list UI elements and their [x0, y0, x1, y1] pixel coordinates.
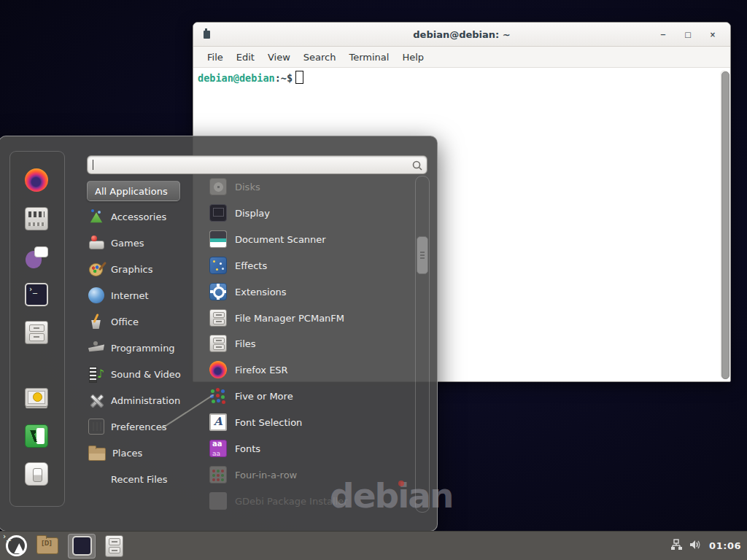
menu-search-box[interactable]	[87, 155, 427, 174]
file-cabinet-icon	[209, 309, 227, 327]
taskbar-terminal-active[interactable]	[68, 534, 96, 559]
favorite-firefox-icon[interactable]	[25, 168, 48, 192]
terminal-menubar: File Edit View Search Terminal Help	[193, 47, 730, 68]
office-icon	[88, 314, 104, 330]
minimize-button[interactable]: −	[659, 31, 667, 39]
file-cabinet-icon	[209, 335, 227, 352]
shell-prompt: debian@debian:~$	[198, 71, 303, 84]
app-fonts[interactable]: Fonts	[209, 439, 260, 458]
prompt-user-host: debian@debian	[198, 72, 275, 84]
terminal-icon	[72, 536, 92, 556]
prompt-path: :~$	[275, 72, 293, 84]
search-input[interactable]	[93, 158, 403, 172]
close-button[interactable]: ×	[708, 31, 717, 39]
category-games[interactable]: Games	[88, 233, 144, 252]
category-graphics[interactable]: Graphics	[88, 260, 152, 279]
category-sound-video[interactable]: Sound & Video	[88, 365, 181, 384]
maximize-button[interactable]: □	[684, 31, 692, 39]
network-icon[interactable]	[670, 539, 683, 553]
app-files[interactable]: Files	[209, 334, 256, 353]
places-folder-icon	[88, 448, 106, 461]
favorite-terminal-icon[interactable]	[25, 283, 48, 306]
firefox-icon	[209, 361, 227, 378]
category-office[interactable]: Office	[88, 312, 139, 331]
terminal-scrollbar[interactable]	[720, 70, 729, 379]
gdebi-icon	[209, 492, 227, 510]
desktop: debian@debian: ~ − □ × File Edit View Se…	[0, 0, 747, 560]
graphics-icon	[88, 261, 104, 277]
games-icon	[88, 235, 104, 251]
lock-screen-icon[interactable]	[25, 388, 48, 407]
font-selection-icon	[209, 413, 227, 431]
sound-video-icon	[88, 366, 104, 382]
app-font-selection[interactable]: Font Selection	[209, 413, 302, 432]
effects-icon	[209, 257, 227, 274]
favorite-preferences-icon[interactable]	[25, 207, 48, 230]
menu-help[interactable]: Help	[395, 50, 430, 65]
file-manager-icon[interactable]	[105, 535, 123, 557]
category-programming[interactable]: Programming	[88, 338, 175, 357]
taskbar-tray: 01:06	[670, 539, 747, 553]
app-five-or-more[interactable]: Five or More	[209, 386, 293, 405]
menu-terminal[interactable]: Terminal	[342, 50, 395, 65]
menu-view[interactable]: View	[261, 50, 297, 65]
extensions-gear-icon	[209, 283, 227, 300]
menu-scrollbar-thumb[interactable]	[417, 236, 428, 274]
spacer	[88, 471, 104, 487]
category-recent-files[interactable]: Recent Files	[88, 470, 168, 489]
shutdown-icon[interactable]	[25, 462, 48, 486]
category-all-applications[interactable]: All Applications	[87, 181, 180, 201]
logout-icon[interactable]	[25, 424, 48, 448]
terminal-title: debian@debian: ~	[413, 29, 510, 40]
programming-icon	[88, 340, 104, 356]
display-icon	[209, 204, 227, 222]
window-controls: − □ ×	[659, 23, 717, 46]
search-icon	[412, 160, 422, 174]
app-effects[interactable]: Effects	[209, 256, 267, 275]
terminal-titlebar[interactable]: debian@debian: ~ − □ ×	[193, 23, 730, 47]
app-file-manager-pcmanfm[interactable]: File Manager PCManFM	[209, 308, 344, 327]
preferences-icon	[88, 419, 104, 435]
clock[interactable]: 01:06	[709, 540, 741, 551]
category-administration[interactable]: Administration	[88, 391, 180, 410]
taskbar-launchers	[0, 534, 123, 559]
internet-globe-icon	[88, 287, 104, 303]
fonts-icon	[209, 440, 227, 457]
menu-search[interactable]: Search	[297, 50, 343, 65]
app-document-scanner[interactable]: Document Scanner	[209, 230, 326, 249]
taskbar: 01:06	[0, 531, 747, 560]
app-extensions[interactable]: Extensions	[209, 282, 287, 301]
app-display[interactable]: Display	[209, 203, 270, 222]
menu-scrollbar-track[interactable]	[415, 176, 430, 513]
category-preferences[interactable]: Preferences	[88, 417, 166, 436]
category-accessories[interactable]: Accessories	[88, 207, 166, 226]
applications-menu: All Applications Accessories Games Graph…	[0, 136, 438, 532]
terminal-window-icon	[204, 31, 210, 39]
desktop-folder-icon[interactable]	[36, 537, 58, 554]
category-internet[interactable]: Internet	[88, 286, 149, 305]
category-places[interactable]: Places	[88, 443, 142, 462]
favorite-pidgin-icon[interactable]	[25, 245, 48, 268]
category-label: All Applications	[95, 186, 168, 197]
terminal-scrollbar-thumb[interactable]	[721, 71, 729, 379]
four-in-a-row-icon	[209, 466, 227, 483]
menu-file[interactable]: File	[201, 50, 230, 65]
app-firefox-esr[interactable]: Firefox ESR	[209, 360, 288, 379]
volume-icon[interactable]	[689, 539, 703, 553]
administration-tools-icon	[88, 392, 104, 408]
terminal-cursor	[295, 71, 303, 84]
favorite-files-icon[interactable]	[25, 321, 48, 344]
scanner-icon	[209, 230, 227, 248]
disks-icon	[209, 178, 227, 195]
app-gdebi-package-installer[interactable]: GDebi Package Installer	[209, 491, 348, 510]
accessories-icon	[88, 209, 104, 225]
app-disks[interactable]: Disks	[209, 177, 260, 196]
app-four-in-a-row[interactable]: Four-in-a-row	[209, 465, 297, 484]
menu-edit[interactable]: Edit	[230, 50, 261, 65]
